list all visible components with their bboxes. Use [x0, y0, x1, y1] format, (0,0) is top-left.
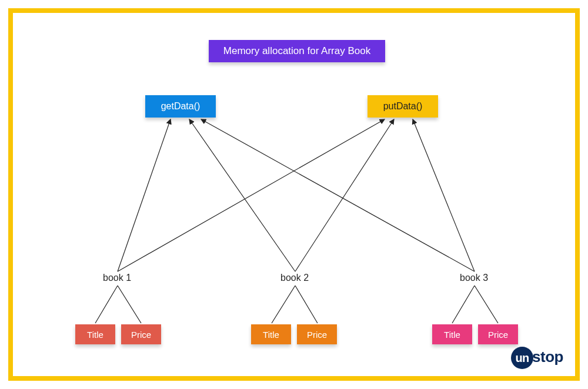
book1-title-box: Title: [75, 324, 115, 344]
svg-line-7: [118, 286, 141, 323]
arrows-layer: [13, 13, 575, 376]
diagram-frame: Memory allocation for Array Book getData…: [8, 8, 580, 381]
logo-prefix: un: [511, 347, 533, 369]
svg-line-9: [295, 286, 318, 323]
book3-title-box: Title: [432, 324, 472, 344]
svg-line-10: [452, 286, 475, 323]
book2-price-box: Price: [297, 324, 337, 344]
svg-line-2: [189, 119, 295, 271]
svg-line-6: [95, 286, 118, 323]
svg-line-8: [272, 286, 295, 323]
svg-line-4: [201, 119, 475, 271]
book3-label: book 3: [460, 273, 488, 283]
book2-title-box: Title: [251, 324, 291, 344]
diagram-title: Memory allocation for Array Book: [209, 40, 385, 62]
getdata-box: getData(): [145, 95, 216, 118]
unstop-logo: unstop: [511, 347, 563, 369]
svg-line-3: [295, 119, 394, 271]
book2-label: book 2: [280, 273, 309, 283]
svg-line-0: [118, 119, 171, 271]
svg-line-5: [413, 119, 475, 271]
book3-price-box: Price: [478, 324, 518, 344]
book1-price-box: Price: [121, 324, 161, 344]
book1-label: book 1: [103, 273, 131, 283]
logo-suffix: stop: [532, 348, 563, 365]
putdata-box: putData(): [368, 95, 438, 118]
svg-line-11: [475, 286, 498, 323]
svg-line-1: [118, 119, 385, 271]
